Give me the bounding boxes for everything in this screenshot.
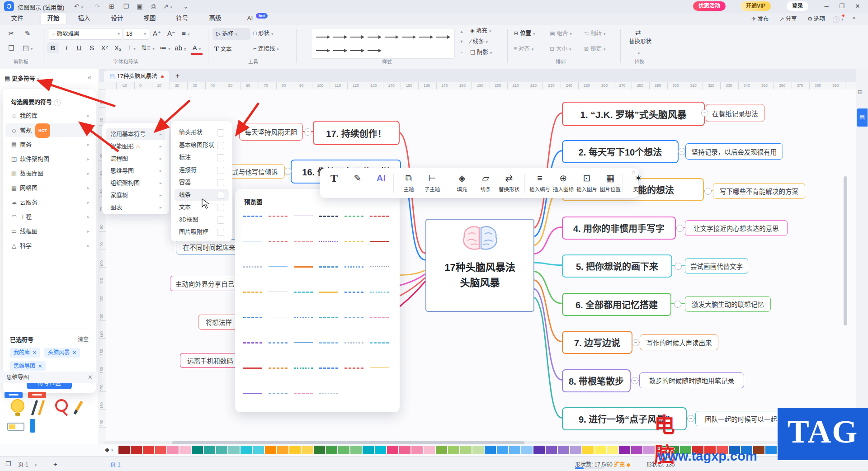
strikethrough-icon[interactable]: S xyxy=(86,42,98,53)
page-selector[interactable]: 页-1▾ xyxy=(18,460,37,468)
line-button[interactable]: ▱线条 xyxy=(474,171,497,195)
checkbox[interactable] xyxy=(217,217,224,224)
checkbox[interactable] xyxy=(217,167,224,174)
close-section-icon[interactable]: ✕ xyxy=(88,372,93,383)
symbol-type-item-连接符[interactable]: 连接符 xyxy=(175,164,229,176)
menu-tab-符号[interactable]: 符号 xyxy=(170,13,195,24)
mindmap-subtopic[interactable]: 让文字接近内心想表达的意思 xyxy=(685,220,788,236)
collapse-icon[interactable]: − xyxy=(704,188,712,195)
color-swatch[interactable] xyxy=(167,446,179,454)
lightbulb-symbol-thumbnail[interactable] xyxy=(11,399,24,417)
line-style-sample[interactable] xyxy=(319,393,338,394)
category-menu-item-组织架构图[interactable]: 组织架构图▸ xyxy=(106,177,165,189)
color-swatch[interactable] xyxy=(131,446,142,454)
eraser-symbol-thumbnail[interactable] xyxy=(30,419,35,433)
save-icon[interactable]: ▣ xyxy=(135,2,145,11)
increase-font-icon[interactable]: A⁺ xyxy=(151,28,163,39)
color-swatch[interactable] xyxy=(570,446,581,454)
shadow-button[interactable]: ❏ 阴影▾ xyxy=(470,47,492,58)
line-style-sample[interactable] xyxy=(294,292,313,293)
cut-icon[interactable]: ✂ xyxy=(5,28,17,39)
color-swatch[interactable] xyxy=(582,446,594,454)
replace-shape-button[interactable]: 替换形状 xyxy=(627,38,654,49)
sidebar-item-网络图[interactable]: ▦网络图▸ xyxy=(5,181,93,195)
line-style-sample[interactable] xyxy=(319,292,338,293)
ai-assistant-button[interactable]: AI xyxy=(371,171,392,195)
color-swatch[interactable] xyxy=(204,446,215,454)
align-objects-button[interactable]: ≡ 对齐▾ xyxy=(514,43,533,54)
connector-style-sample[interactable] xyxy=(316,37,330,38)
color-swatch[interactable] xyxy=(192,446,203,454)
color-swatch[interactable] xyxy=(241,446,252,454)
style-scroll-down-icon[interactable]: ▼ xyxy=(456,36,467,47)
vertical-scrollbar-thumb[interactable] xyxy=(844,176,847,325)
decrease-font-icon[interactable]: A⁻ xyxy=(165,28,177,39)
mindmap-section-header[interactable]: 思维导图✕ xyxy=(0,372,98,383)
connector-style-sample[interactable] xyxy=(350,37,364,38)
menubar-publish-button[interactable]: ✈发布 xyxy=(751,14,769,24)
collapse-icon[interactable]: − xyxy=(304,128,311,136)
line-style-sample[interactable] xyxy=(269,393,288,394)
menu-tab-高级[interactable]: 高级 xyxy=(203,13,228,24)
sidebar-item-软件架构图[interactable]: ◫软件架构图▸ xyxy=(5,152,93,166)
shape-tool[interactable]: □ 形状▾ xyxy=(253,28,274,39)
text-color-icon[interactable]: T▾ xyxy=(126,42,137,53)
line-style-sample[interactable] xyxy=(370,367,389,368)
format-panel-icon[interactable]: ▤ xyxy=(857,108,868,127)
line-style-sample[interactable] xyxy=(269,266,288,267)
menu-tab-开始[interactable]: 开始 xyxy=(41,13,66,24)
symbol-type-item-文本[interactable]: 文本 xyxy=(175,201,229,213)
line-style-sample[interactable] xyxy=(344,342,363,344)
mindmap-subtopic[interactable]: 激发大脑生动的联想记忆 xyxy=(685,296,771,312)
pencil-symbol-thumbnail[interactable] xyxy=(77,400,80,415)
open-file-icon[interactable]: ❐ xyxy=(121,2,131,11)
color-swatch[interactable] xyxy=(607,446,618,454)
ribbon-collapse-icon[interactable]: ^ xyxy=(853,14,855,24)
color-swatch[interactable] xyxy=(594,446,606,454)
minimize-button[interactable]: ─ xyxy=(821,1,832,12)
color-swatch[interactable] xyxy=(265,446,276,454)
line-style-sample[interactable] xyxy=(269,241,288,242)
connector-style-sample[interactable] xyxy=(436,37,450,38)
close-button[interactable]: ✕ xyxy=(852,1,863,12)
font-size-select[interactable]: 18▾ xyxy=(123,28,149,40)
color-swatch[interactable] xyxy=(546,446,557,454)
maximize-button[interactable]: ❐ xyxy=(836,1,848,12)
color-swatch[interactable] xyxy=(521,446,533,454)
export-icon[interactable]: ↗▾ xyxy=(163,2,173,11)
line-style-sample[interactable] xyxy=(269,367,288,369)
line-style-sample[interactable] xyxy=(319,367,338,369)
mindmap-topic[interactable]: 2. 每天写下10个想法 xyxy=(562,140,679,163)
line-style-sample[interactable] xyxy=(319,266,338,268)
line-style-sample[interactable] xyxy=(294,342,313,343)
font-family-select[interactable]: ⌕ 微软雅黑▾ xyxy=(49,28,123,40)
color-swatch[interactable] xyxy=(228,446,240,454)
mindmap-topic[interactable]: 7. 边写边说 xyxy=(562,331,632,354)
remove-tag-icon[interactable]: ✕ xyxy=(38,363,42,369)
color-swatch[interactable] xyxy=(118,446,130,454)
connector-style-sample[interactable] xyxy=(333,50,347,51)
color-swatch[interactable] xyxy=(436,446,447,454)
menu-tab-文件[interactable]: 文件 xyxy=(5,13,30,24)
replace-shape-caret-icon[interactable]: ▾ xyxy=(633,48,645,59)
sidebar-item-我的库[interactable]: ⌂我的库▸ xyxy=(5,109,93,122)
mindmap-subtopic[interactable]: 散步的时候随时随地用笔记录 xyxy=(639,372,744,388)
mindmap-subtopic-partial[interactable]: 在不同时间起床来 xyxy=(176,239,242,254)
sidebar-item-线框图[interactable]: ▭线框图▸ xyxy=(5,225,93,238)
connector-style-sample[interactable] xyxy=(368,37,381,38)
sidebar-item-云服务[interactable]: ☁云服务▸ xyxy=(5,196,93,209)
undo-icon[interactable]: ↶▾ xyxy=(74,2,84,11)
category-menu-item-智能图形[interactable]: 智能图形♨▸ xyxy=(106,141,165,152)
sidebar-item-工程[interactable]: ◠工程▸ xyxy=(5,210,93,224)
style-panel-icon[interactable]: ⊞ xyxy=(858,89,863,95)
line-style-sample[interactable] xyxy=(370,266,389,267)
collapse-icon[interactable]: − xyxy=(631,377,638,384)
color-swatch[interactable] xyxy=(155,446,166,454)
connector-style-sample[interactable] xyxy=(402,37,415,38)
beautify-button[interactable]: ✶美化 xyxy=(627,171,650,195)
menu-tab-AI[interactable]: AI xyxy=(241,13,259,24)
mindmap-topic[interactable]: 5. 把你想说的画下来 xyxy=(562,254,672,278)
mindmap-subtopic-partial[interactable]: 远离手机和数码 xyxy=(180,353,241,368)
font-color-icon[interactable]: A▾ xyxy=(191,42,203,55)
color-swatch[interactable] xyxy=(216,446,227,454)
